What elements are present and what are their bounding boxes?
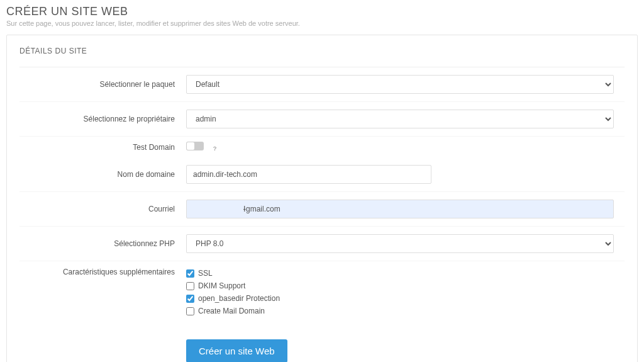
feature-ssl: SSL xyxy=(186,269,614,278)
checkbox-dkim[interactable] xyxy=(186,282,194,290)
site-details-panel: DÉTAILS DU SITE Sélectionner le paquet D… xyxy=(6,35,638,362)
select-php[interactable]: PHP 8.0 xyxy=(186,234,614,253)
checkbox-open-basedir[interactable] xyxy=(186,295,194,303)
row-php: Sélectionnez PHP PHP 8.0 xyxy=(19,227,625,261)
row-domain: Nom de domaine xyxy=(19,157,625,192)
input-domain[interactable] xyxy=(186,165,431,184)
row-features: Caractéristiques supplémentaires SSL DKI… xyxy=(19,261,625,324)
help-icon[interactable]: ? xyxy=(211,145,219,152)
row-email: Courriel xyxy=(19,192,625,227)
panel-header: DÉTAILS DU SITE xyxy=(19,47,625,67)
label-php: Sélectionnez PHP xyxy=(19,239,186,248)
page-header: CRÉER UN SITE WEB Sur cette page, vous p… xyxy=(6,5,638,27)
row-test-domain: Test Domain ? xyxy=(19,137,625,157)
checkbox-ssl-label: SSL xyxy=(198,269,213,278)
label-features: Caractéristiques supplémentaires xyxy=(19,266,186,276)
checkbox-open-basedir-label: open_basedir Protection xyxy=(198,294,280,303)
submit-button[interactable]: Créer un site Web xyxy=(186,339,287,362)
toggle-test-domain[interactable] xyxy=(186,142,204,150)
label-email: Courriel xyxy=(19,205,186,213)
row-submit: Créer un site Web xyxy=(19,324,625,362)
page-subtitle: Sur cette page, vous pouvez lancer, list… xyxy=(6,20,638,27)
label-domain: Nom de domaine xyxy=(19,170,186,179)
label-test-domain: Test Domain xyxy=(19,143,186,152)
checkbox-mail-domain[interactable] xyxy=(186,307,194,315)
feature-dkim: DKIM Support xyxy=(186,281,614,290)
row-package: Sélectionner le paquet Default xyxy=(19,67,625,102)
select-owner[interactable]: admin xyxy=(186,110,614,128)
page-title: CRÉER UN SITE WEB xyxy=(6,5,638,18)
checkbox-dkim-label: DKIM Support xyxy=(198,281,245,290)
row-owner: Sélectionnez le propriétaire admin xyxy=(19,102,625,137)
checkbox-mail-domain-label: Create Mail Domain xyxy=(198,307,265,315)
input-email[interactable] xyxy=(186,200,614,218)
label-package: Sélectionner le paquet xyxy=(19,80,186,89)
feature-mail-domain: Create Mail Domain xyxy=(186,307,614,315)
select-package[interactable]: Default xyxy=(186,75,614,94)
feature-open-basedir: open_basedir Protection xyxy=(186,294,614,303)
checkbox-ssl[interactable] xyxy=(186,269,194,278)
label-owner: Sélectionnez le propriétaire xyxy=(19,115,186,123)
